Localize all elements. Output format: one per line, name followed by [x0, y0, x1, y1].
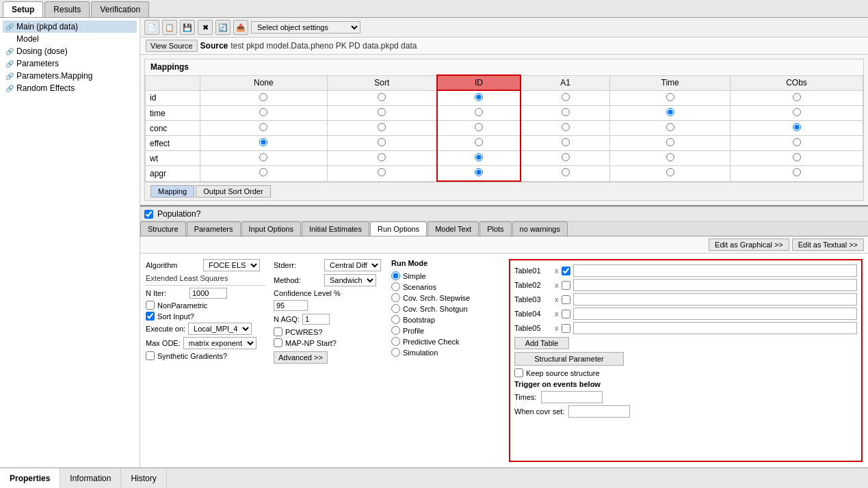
- runmode-profile-radio[interactable]: [391, 326, 400, 335]
- radio-apgr-a1[interactable]: [562, 168, 570, 176]
- radio-conc-none[interactable]: [259, 123, 267, 131]
- delete-icon-btn[interactable]: ✖: [198, 20, 213, 35]
- status-tab-information[interactable]: Information: [60, 468, 121, 488]
- radio-id-sort[interactable]: [378, 93, 386, 101]
- runmode-cov-shotgun-radio[interactable]: [391, 304, 400, 313]
- radio-conc-a1[interactable]: [562, 123, 570, 131]
- max-ode-select[interactable]: matrix exponent: [183, 337, 257, 349]
- tab-run-options[interactable]: Run Options: [370, 221, 427, 236]
- radio-wt-none[interactable]: [259, 153, 267, 161]
- refresh-icon-btn[interactable]: 🔄: [215, 20, 231, 35]
- table05-x[interactable]: x: [555, 324, 559, 332]
- tab-input-options[interactable]: Input Options: [241, 221, 301, 236]
- table05-input[interactable]: [573, 322, 858, 334]
- radio-time-id[interactable]: [475, 108, 483, 116]
- table01-checkbox[interactable]: [562, 267, 570, 275]
- radio-id-a1[interactable]: [562, 93, 570, 101]
- status-tab-history[interactable]: History: [121, 468, 166, 488]
- edit-graphical-button[interactable]: Edit as Graphical >>: [709, 239, 789, 251]
- radio-wt-cobs[interactable]: [793, 153, 801, 161]
- sidebar-item-dosing[interactable]: 🔗 Dosing (dose): [3, 45, 137, 57]
- tab-results[interactable]: Results: [44, 1, 90, 17]
- radio-effect-none[interactable]: [259, 138, 267, 146]
- radio-id-id[interactable]: [475, 93, 483, 101]
- table02-input[interactable]: [573, 279, 858, 291]
- population-checkbox[interactable]: [144, 210, 153, 219]
- sidebar-item-random-effects[interactable]: 🔗 Random Effects: [3, 82, 137, 94]
- edit-textual-button[interactable]: Edit as Textual >>: [792, 239, 864, 251]
- keep-source-checkbox[interactable]: [514, 368, 523, 377]
- radio-conc-time[interactable]: [666, 123, 674, 131]
- table03-checkbox[interactable]: [562, 295, 570, 304]
- radio-apgr-sort[interactable]: [378, 168, 386, 176]
- confidence-level-input[interactable]: [274, 300, 308, 311]
- tab-structure[interactable]: Structure: [140, 221, 186, 236]
- radio-id-none[interactable]: [259, 93, 267, 101]
- table02-x[interactable]: x: [555, 281, 559, 289]
- export-icon-btn[interactable]: 📤: [233, 20, 248, 35]
- tab-parameters[interactable]: Parameters: [187, 221, 241, 236]
- n-iter-input[interactable]: [189, 288, 227, 299]
- status-tab-properties[interactable]: Properties: [0, 468, 60, 488]
- radio-effect-cobs[interactable]: [793, 138, 801, 146]
- radio-effect-time[interactable]: [666, 138, 674, 146]
- nagq-input[interactable]: [302, 314, 330, 325]
- radio-wt-sort[interactable]: [378, 153, 386, 161]
- radio-wt-id[interactable]: [475, 153, 483, 161]
- runmode-cov-stepwise-radio[interactable]: [391, 293, 400, 302]
- method-select[interactable]: Sandwich: [324, 274, 376, 286]
- radio-wt-time[interactable]: [666, 153, 674, 161]
- view-source-button[interactable]: View Source: [146, 40, 198, 52]
- table03-input[interactable]: [573, 293, 858, 306]
- nonparametric-checkbox[interactable]: [146, 301, 155, 310]
- runmode-scenarios-radio[interactable]: [391, 282, 400, 291]
- tab-initial-estimates[interactable]: Initial Estimates: [302, 221, 369, 236]
- radio-time-sort[interactable]: [378, 108, 386, 116]
- radio-id-cobs[interactable]: [793, 93, 801, 101]
- radio-apgr-cobs[interactable]: [793, 168, 801, 176]
- radio-effect-sort[interactable]: [378, 138, 386, 146]
- algorithm-select[interactable]: FOCE ELS: [203, 259, 260, 271]
- radio-effect-a1[interactable]: [562, 138, 570, 146]
- times-input[interactable]: [541, 391, 603, 403]
- sidebar-item-model[interactable]: Model: [3, 33, 137, 45]
- tab-plots[interactable]: Plots: [479, 221, 511, 236]
- advanced-button[interactable]: Advanced >>: [274, 351, 328, 364]
- object-settings-select[interactable]: Select object settings: [251, 21, 360, 33]
- sidebar-item-parameters[interactable]: 🔗 Parameters: [3, 57, 137, 70]
- table01-input[interactable]: [573, 265, 858, 277]
- runmode-simulation-radio[interactable]: [391, 348, 400, 357]
- radio-time-cobs[interactable]: [793, 108, 801, 116]
- table04-input[interactable]: [573, 308, 858, 320]
- when-covr-input[interactable]: [568, 405, 630, 418]
- runmode-predictive-radio[interactable]: [391, 337, 400, 346]
- radio-time-time[interactable]: [666, 108, 674, 116]
- add-table-button[interactable]: Add Table: [514, 337, 569, 349]
- table02-checkbox[interactable]: [562, 281, 570, 290]
- radio-conc-id[interactable]: [475, 123, 483, 131]
- tab-model-text[interactable]: Model Text: [428, 221, 479, 236]
- radio-apgr-time[interactable]: [666, 168, 674, 176]
- tab-no-warnings[interactable]: no warnings: [512, 221, 568, 236]
- table03-x[interactable]: x: [555, 295, 559, 303]
- output-sort-order-btn[interactable]: Output Sort Order: [196, 185, 270, 198]
- structural-parameter-button[interactable]: Structural Parameter: [514, 352, 624, 366]
- sort-input-checkbox[interactable]: [146, 312, 155, 321]
- sidebar-item-params-mapping[interactable]: 🔗 Parameters.Mapping: [3, 70, 137, 82]
- table04-checkbox[interactable]: [562, 310, 570, 318]
- radio-apgr-id[interactable]: [475, 168, 483, 176]
- table01-x[interactable]: x: [555, 267, 559, 275]
- table04-x[interactable]: x: [555, 310, 559, 318]
- radio-apgr-none[interactable]: [259, 168, 267, 176]
- synthetic-gradients-checkbox[interactable]: [146, 351, 155, 360]
- copy-icon-btn[interactable]: 📋: [162, 20, 177, 35]
- execute-on-select[interactable]: Local_MPI_4: [188, 323, 252, 335]
- pcwres-checkbox[interactable]: [274, 327, 282, 336]
- runmode-simple-radio[interactable]: [391, 271, 400, 280]
- sidebar-item-main[interactable]: 🔗 Main (pkpd data): [3, 21, 137, 33]
- radio-conc-sort[interactable]: [378, 123, 386, 131]
- runmode-bootstrap-radio[interactable]: [391, 315, 400, 324]
- radio-conc-cobs[interactable]: [793, 123, 801, 131]
- radio-id-time[interactable]: [666, 93, 674, 101]
- radio-wt-a1[interactable]: [562, 153, 570, 161]
